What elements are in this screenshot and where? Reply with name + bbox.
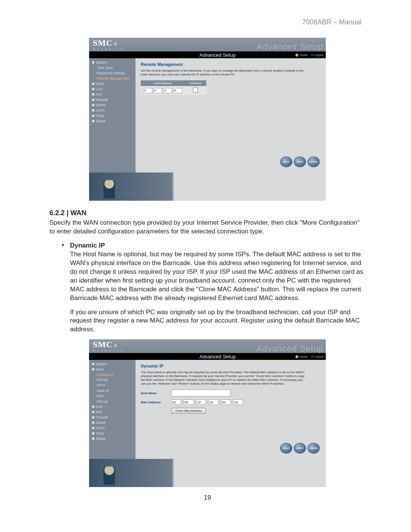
bullet-title-dynamic-ip: Dynamic IP — [70, 242, 105, 249]
sidebar-item-upnp[interactable]: UPnP — [91, 108, 134, 113]
router-screenshot-remote-management: SMC ® N e t w o r k s Advanced Setup Adv… — [89, 38, 326, 201]
ip-octet-2[interactable] — [153, 88, 162, 93]
sidebar-item-time-zone[interactable]: Time Zone — [96, 65, 134, 70]
help-button[interactable]: HELP — [280, 157, 292, 167]
sidebar-item-password-settings[interactable]: Password Settings — [96, 70, 134, 76]
sidebar-item-ddns[interactable]: DDNS — [91, 102, 134, 108]
home-link[interactable]: 🏠 Home — [295, 53, 308, 57]
smc-logo-sub: N e t w o r k s — [93, 47, 123, 51]
sidebar-item-status[interactable]: Status — [91, 436, 134, 441]
advanced-setup-bar-title: Advanced Setup — [199, 52, 236, 58]
advanced-setup-ghost: Advanced Setup — [257, 43, 323, 51]
apply-button[interactable]: APPLY — [294, 157, 306, 167]
advanced-setup-bar-title: Advanced Setup — [199, 354, 236, 359]
mac-address-label: MAC Address — [141, 401, 167, 404]
cancel-button[interactable]: CANCEL — [307, 443, 320, 454]
ip-octet-4[interactable] — [173, 88, 182, 93]
sidebar-item-lan[interactable]: LAN — [91, 86, 134, 92]
router-footer-image — [89, 173, 326, 201]
sidebar-item-tools[interactable]: Tools — [91, 113, 134, 118]
ip-octet-3[interactable] — [163, 88, 172, 93]
sidebar-item-nat[interactable]: NAT — [91, 409, 134, 415]
mac-byte-2[interactable] — [184, 399, 194, 405]
apply-button[interactable]: APPLY — [294, 443, 306, 454]
sidebar-item-lan[interactable]: LAN — [91, 404, 134, 409]
sidebar-item-ddns[interactable]: DDNS — [91, 420, 134, 425]
sidebar-item-tools[interactable]: Tools — [91, 431, 134, 436]
dynamic-ip-paragraph-1: The Host Name is optional, but may be re… — [70, 250, 365, 303]
host-name-input[interactable] — [171, 390, 231, 396]
mac-byte-1[interactable] — [171, 399, 181, 405]
remote-management-table: Host Address Enabled ... — [141, 80, 206, 95]
mac-byte-5[interactable] — [221, 399, 231, 405]
bullet-dot: • — [62, 241, 70, 249]
smc-logo: SMC — [93, 340, 113, 350]
cancel-button[interactable]: CANCEL — [307, 157, 320, 167]
sidebar-item-upnp[interactable]: UPnP — [91, 425, 134, 431]
section-heading-wan: 6.2.2 | WAN — [49, 209, 365, 217]
sidebar-item-dial-up[interactable]: Dial-up — [96, 399, 134, 404]
clone-mac-address-button[interactable]: Clone Mac Address — [171, 408, 206, 414]
host-name-label: Host Name — [141, 391, 167, 395]
mac-byte-3[interactable] — [196, 399, 206, 405]
router-footer-image — [89, 459, 326, 487]
sidebar-item-system[interactable]: System — [91, 60, 134, 65]
sidebar-item-dynamic-ip[interactable]: Dynamic IP — [96, 372, 134, 377]
panel-description: Set the remote management of the Barrica… — [141, 69, 308, 77]
advanced-setup-ghost: Advanced Setup — [257, 345, 323, 353]
th-enabled: Enabled — [185, 80, 206, 86]
panel-title: Remote Management — [141, 62, 320, 67]
sidebar-item-pptp[interactable]: PPTP — [96, 383, 134, 388]
sidebar-item-firewall[interactable]: Firewall — [91, 415, 134, 420]
sidebar-item-nat[interactable]: NAT — [91, 92, 134, 97]
sidebar-item-firewall[interactable]: Firewall — [91, 97, 134, 102]
manual-header: 7008ABR – Manual — [49, 18, 365, 26]
page-number: 19 — [49, 494, 365, 502]
router-screenshot-dynamic-ip: SMC ® N e t w o r k s Advanced Setup Adv… — [89, 339, 326, 487]
sidebar-item-remote-management[interactable]: Remote Management — [96, 76, 134, 81]
help-button[interactable]: HELP — [280, 443, 292, 454]
mac-byte-6[interactable] — [233, 399, 243, 405]
sidebar-item-wan[interactable]: WAN — [91, 367, 134, 372]
ip-octet-1[interactable] — [143, 88, 152, 93]
sidebar-item-pppoe[interactable]: PPPoE — [96, 377, 134, 383]
enabled-checkbox[interactable] — [193, 88, 198, 93]
sidebar-item-dns[interactable]: DNS — [96, 393, 134, 399]
smc-logo-reg: ® — [114, 42, 117, 46]
sidebar-item-status[interactable]: Status — [91, 118, 134, 124]
dynamic-ip-paragraph-2: If you are unsure of which PC was origin… — [70, 308, 365, 334]
panel-description: The Host name is optional, but may be re… — [141, 371, 308, 386]
logout-link[interactable]: ⎋ Logout — [311, 53, 323, 57]
sidebar-item-static-ip[interactable]: Static IP — [96, 388, 134, 393]
logout-link[interactable]: ⎋ Logout — [311, 355, 323, 358]
mac-byte-4[interactable] — [209, 399, 218, 405]
th-host-address: Host Address — [141, 80, 185, 86]
router-sidebar: SystemWANDynamic IPPPPoEPPTPStatic IPDNS… — [89, 360, 135, 459]
smc-logo-sub: N e t w o r k s — [93, 349, 123, 352]
smc-logo-reg: ® — [114, 344, 117, 348]
panel-title: Dynamic IP — [141, 364, 320, 368]
sidebar-item-system[interactable]: System — [91, 361, 134, 367]
home-link[interactable]: 🏠 Home — [295, 355, 308, 358]
router-sidebar: SystemTime ZonePassword SettingsRemote M… — [89, 58, 135, 173]
section-intro: Specify the WAN connection type provided… — [49, 219, 365, 236]
smc-logo: SMC — [93, 38, 113, 48]
sidebar-item-wan[interactable]: WAN — [91, 81, 134, 86]
